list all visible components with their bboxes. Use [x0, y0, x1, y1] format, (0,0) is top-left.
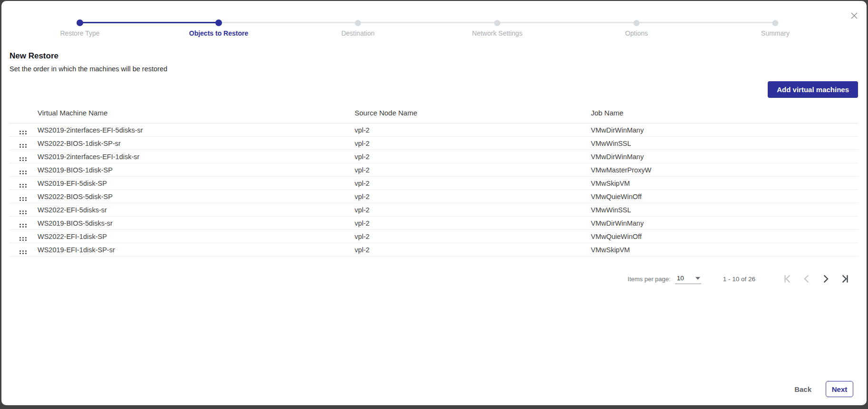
items-per-page-value: 10	[677, 275, 684, 282]
job-name-cell: VMwSkipVM	[591, 246, 858, 254]
drag-handle-icon[interactable]	[19, 197, 27, 201]
table-header-row: Virtual Machine Name Source Node Name Jo…	[10, 103, 858, 124]
step-dot-objects-to-restore	[215, 19, 222, 26]
vm-name-cell: WS2022-BIOS-5disk-SP	[38, 193, 355, 200]
items-per-page-label: Items per page:	[627, 276, 670, 283]
step-dot-restore-type	[77, 19, 83, 26]
table-row: WS2022-EFI-5disks-srvpl-2VMwWinSSL	[10, 203, 858, 217]
previous-page-button[interactable]	[801, 273, 812, 285]
table-row: WS2019-BIOS-1disk-SPvpl-2VMwMasterProxyW	[10, 163, 858, 177]
step-label-summary: Summary	[723, 29, 828, 37]
column-header-job-name: Job Name	[591, 109, 858, 117]
table-row: WS2022-BIOS-5disk-SPvpl-2VMwQuieWinOff	[10, 190, 858, 203]
drag-handle-cell	[10, 126, 38, 134]
next-page-icon	[820, 274, 831, 284]
add-virtual-machines-button[interactable]: Add virtual machines	[768, 81, 858, 98]
vm-table: Virtual Machine Name Source Node Name Jo…	[10, 103, 858, 257]
drag-handle-icon[interactable]	[19, 171, 27, 174]
job-name-cell: VMwDirWinMany	[591, 126, 858, 134]
table-row: WS2019-2interfaces-EFI-1disk-srvpl-2VMwD…	[10, 150, 858, 163]
vm-name-cell: WS2019-EFI-5disk-SP	[38, 180, 355, 187]
step-dot-destination	[355, 20, 361, 26]
page-subtitle: Set the order in which the machines will…	[10, 65, 167, 73]
step-dot-options	[634, 20, 640, 26]
job-name-cell: VMwWinSSL	[591, 206, 858, 214]
table-row: WS2019-EFI-5disk-SPvpl-2VMwSkipVM	[10, 177, 858, 190]
dropdown-caret-icon	[695, 277, 700, 280]
wizard-footer: Back Next	[792, 381, 853, 397]
job-name-cell: VMwQuieWinOff	[591, 193, 858, 200]
next-page-button[interactable]	[820, 273, 831, 285]
drag-handle-icon[interactable]	[19, 144, 27, 148]
vm-name-cell: WS2019-BIOS-1disk-SP	[38, 166, 355, 174]
drag-handle-icon[interactable]	[19, 184, 27, 188]
step-dot-summary	[772, 20, 779, 26]
items-per-page-select[interactable]: 10	[675, 274, 701, 284]
table-row: WS2019-EFI-1disk-SP-srvpl-2VMwSkipVM	[10, 243, 858, 257]
job-name-cell: VMwQuieWinOff	[591, 233, 858, 240]
table-row: WS2022-BIOS-1disk-SP-srvpl-2VMwWinSSL	[10, 137, 858, 150]
back-button[interactable]: Back	[792, 382, 813, 396]
job-name-cell: VMwSkipVM	[591, 180, 858, 187]
vm-name-cell: WS2019-BIOS-5disks-sr	[38, 219, 355, 227]
pagination-range: 1 - 10 of 26	[723, 276, 755, 283]
drag-handle-cell	[10, 206, 38, 214]
vm-name-cell: WS2019-2interfaces-EFI-1disk-sr	[38, 153, 355, 161]
source-node-cell: vpl-2	[355, 126, 591, 134]
drag-handle-icon[interactable]	[19, 250, 27, 254]
last-page-icon	[839, 274, 850, 284]
vm-name-cell: WS2022-EFI-1disk-SP	[38, 233, 355, 240]
drag-handle-cell	[10, 139, 38, 148]
source-node-cell: vpl-2	[355, 233, 591, 240]
first-page-button[interactable]	[782, 273, 793, 285]
job-name-cell: VMwDirWinMany	[591, 153, 858, 161]
drag-handle-icon[interactable]	[19, 131, 27, 134]
next-button[interactable]: Next	[826, 381, 853, 397]
vm-name-cell: WS2022-BIOS-1disk-SP-sr	[38, 140, 355, 147]
step-label-destination: Destination	[306, 29, 410, 37]
source-node-cell: vpl-2	[355, 206, 591, 214]
drag-handle-icon[interactable]	[19, 224, 27, 228]
step-dot-network-settings	[494, 20, 501, 26]
stepper-track-completed	[80, 22, 219, 23]
column-header-vm-name: Virtual Machine Name	[38, 109, 355, 117]
step-label-network-settings: Network Settings	[445, 29, 550, 37]
vm-name-cell: WS2022-EFI-5disks-sr	[38, 206, 355, 214]
column-header-source-node: Source Node Name	[355, 109, 591, 117]
pagination-buttons	[774, 273, 850, 285]
vm-name-cell: WS2019-EFI-1disk-SP-sr	[38, 246, 355, 254]
drag-handle-icon[interactable]	[19, 237, 27, 241]
job-name-cell: VMwMasterProxyW	[591, 166, 858, 174]
step-label-options: Options	[584, 29, 689, 37]
drag-handle-cell	[10, 219, 38, 228]
drag-handle-cell	[10, 192, 38, 201]
source-node-cell: vpl-2	[355, 219, 591, 227]
pagination: Items per page: 10 1 - 10 of 26	[627, 271, 850, 286]
source-node-cell: vpl-2	[355, 153, 591, 161]
previous-page-icon	[801, 274, 812, 284]
table-row: WS2019-BIOS-5disks-srvpl-2VMwDirWinMany	[10, 217, 858, 230]
page-title: New Restore	[10, 51, 58, 61]
last-page-button[interactable]	[839, 273, 850, 285]
source-node-cell: vpl-2	[355, 166, 591, 174]
drag-handle-cell	[10, 152, 38, 161]
step-label-restore-type: Restore Type	[28, 29, 132, 37]
table-body: WS2019-2interfaces-EFI-5disks-srvpl-2VMw…	[10, 124, 858, 257]
source-node-cell: vpl-2	[355, 193, 591, 200]
source-node-cell: vpl-2	[355, 180, 591, 187]
table-row: WS2022-EFI-1disk-SPvpl-2VMwQuieWinOff	[10, 230, 858, 243]
drag-handle-cell	[10, 166, 38, 174]
drag-handle-icon[interactable]	[19, 210, 27, 214]
drag-handle-cell	[10, 179, 38, 188]
source-node-cell: vpl-2	[355, 246, 591, 254]
wizard-stepper: Restore TypeObjects to RestoreDestinatio…	[1, 1, 867, 44]
drag-handle-icon[interactable]	[19, 157, 27, 161]
table-row: WS2019-2interfaces-EFI-5disks-srvpl-2VMw…	[10, 124, 858, 137]
job-name-cell: VMwDirWinMany	[591, 219, 858, 227]
first-page-icon	[782, 274, 793, 284]
job-name-cell: VMwWinSSL	[591, 140, 858, 147]
new-restore-dialog: Restore TypeObjects to RestoreDestinatio…	[1, 1, 867, 405]
vm-name-cell: WS2019-2interfaces-EFI-5disks-sr	[38, 126, 355, 134]
step-label-objects-to-restore: Objects to Restore	[166, 29, 271, 37]
drag-handle-cell	[10, 232, 38, 241]
